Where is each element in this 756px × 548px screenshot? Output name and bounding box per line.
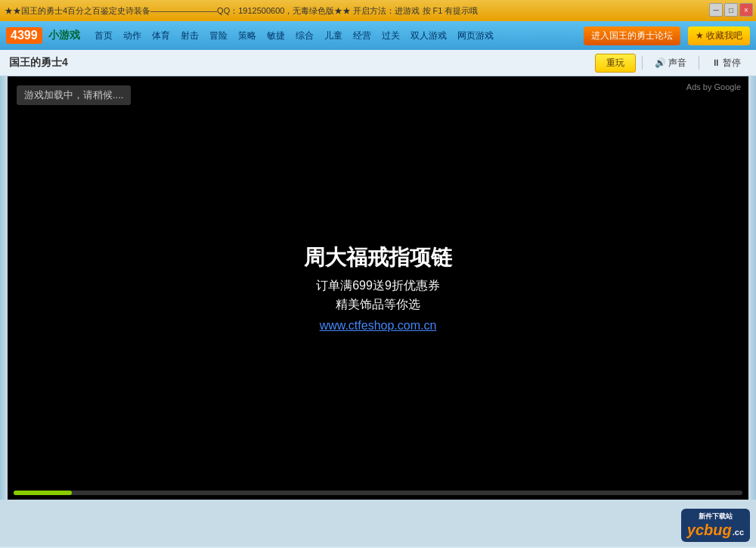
nav-bar: 4399 小游戏 首页 动作 体育 射击 冒险 策略 敏捷 综合 儿童 经营 过… xyxy=(0,21,756,50)
ycbug-cc: .cc xyxy=(733,528,744,537)
pause-label: 暂停 xyxy=(723,57,741,70)
ads-label: Ads by Google xyxy=(686,82,741,91)
logo-text: 小游戏 xyxy=(48,29,80,42)
divider2 xyxy=(699,56,699,70)
star-icon: ★ xyxy=(696,30,704,41)
ad-subtitle1: 订单满699送9折优惠券 xyxy=(304,278,452,294)
game-area: 游戏加载中，请稍候.... Ads by Google 周大福戒指项链 订单满6… xyxy=(8,76,748,500)
right-strip xyxy=(748,76,756,500)
collect-button[interactable]: ★ 收藏我吧 xyxy=(688,26,750,45)
window-controls: ─ □ × xyxy=(709,3,753,17)
nav-kids[interactable]: 儿童 xyxy=(321,28,346,44)
divider xyxy=(642,56,643,70)
nav-2p[interactable]: 双人游戏 xyxy=(407,28,451,44)
loading-message: 游戏加载中，请稍候.... xyxy=(17,85,131,105)
pause-icon: ⏸ xyxy=(711,57,720,68)
nav-action[interactable]: 动作 xyxy=(119,28,145,44)
nav-general[interactable]: 综合 xyxy=(292,28,318,44)
ad-content: 周大福戒指项链 订单满699送9折优惠券 精美饰品等你选 www.ctfesho… xyxy=(304,243,452,333)
nav-web[interactable]: 网页游戏 xyxy=(454,28,497,44)
ad-link[interactable]: www.ctfeshop.com.cn xyxy=(304,319,452,333)
ycbug-brand: ycbug xyxy=(687,522,732,539)
pause-button[interactable]: ⏸ 暂停 xyxy=(705,54,747,72)
title-bar: ★★国王的勇士4百分之百鉴定史诗装备————————QQ：1912500600，… xyxy=(0,0,756,21)
nav-home[interactable]: 首页 xyxy=(91,28,116,44)
nav-manage[interactable]: 经营 xyxy=(349,28,375,44)
maximize-button[interactable]: □ xyxy=(724,3,738,17)
window-title: ★★国王的勇士4百分之百鉴定史诗装备————————QQ：1912500600，… xyxy=(5,5,751,17)
minimize-button[interactable]: ─ xyxy=(709,3,723,17)
nav-sports[interactable]: 体育 xyxy=(148,28,174,44)
sound-button[interactable]: 🔊 声音 xyxy=(649,54,692,72)
ad-subtitle2: 精美饰品等你选 xyxy=(304,297,452,313)
content-row: 游戏加载中，请稍候.... Ads by Google 周大福戒指项链 订单满6… xyxy=(0,76,756,500)
sound-label: 声音 xyxy=(668,57,686,70)
nav-strategy[interactable]: 策略 xyxy=(234,28,260,44)
close-button[interactable]: × xyxy=(739,3,753,17)
bottom-area: 新件下载站 ycbug .cc xyxy=(0,500,756,546)
progress-bar-fill xyxy=(14,491,72,495)
game-title-bar: 国王的勇士4 重玩 🔊 声音 ⏸ 暂停 xyxy=(0,50,756,76)
logo-4399: 4399 xyxy=(6,27,42,44)
forum-button[interactable]: 进入国王的勇士论坛 xyxy=(584,26,680,45)
collect-label: 收藏我吧 xyxy=(706,29,742,42)
ycbug-line1: 新件下载站 xyxy=(687,512,744,522)
replay-button[interactable]: 重玩 xyxy=(595,54,636,73)
ad-title: 周大福戒指项链 xyxy=(304,243,452,272)
nav-shoot[interactable]: 射击 xyxy=(177,28,203,44)
game-title: 国王的勇士4 xyxy=(9,56,589,70)
nav-agile[interactable]: 敏捷 xyxy=(263,28,289,44)
left-strip xyxy=(0,76,8,500)
progress-bar-container xyxy=(14,491,742,495)
nav-pass[interactable]: 过关 xyxy=(378,28,404,44)
nav-adventure[interactable]: 冒险 xyxy=(206,28,231,44)
sound-icon: 🔊 xyxy=(655,57,666,68)
